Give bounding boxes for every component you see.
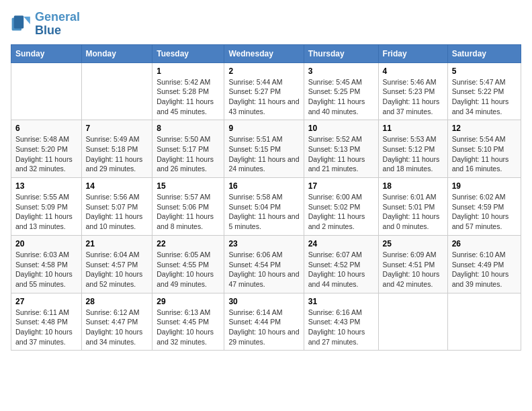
day-info: Sunrise: 5:46 AMSunset: 5:23 PMDaylight:…: [383, 77, 443, 117]
calendar-cell: [378, 293, 447, 351]
day-info: Sunrise: 5:44 AMSunset: 5:27 PMDaylight:…: [228, 77, 299, 117]
day-number: 16: [228, 181, 299, 191]
calendar-cell: 27Sunrise: 6:11 AMSunset: 4:48 PMDayligh…: [11, 293, 82, 351]
calendar-cell: 19Sunrise: 6:02 AMSunset: 4:59 PMDayligh…: [447, 178, 521, 236]
calendar-cell: 16Sunrise: 5:58 AMSunset: 5:04 PMDayligh…: [224, 178, 304, 236]
logo-text-line1: General: [35, 11, 80, 24]
calendar-cell: 26Sunrise: 6:10 AMSunset: 4:49 PMDayligh…: [447, 235, 521, 293]
day-info: Sunrise: 6:02 AMSunset: 4:59 PMDaylight:…: [452, 192, 517, 232]
day-number: 28: [86, 297, 148, 306]
column-header-saturday: Saturday: [447, 44, 521, 62]
day-number: 29: [157, 297, 220, 306]
week-row: 13Sunrise: 5:55 AMSunset: 5:09 PMDayligh…: [11, 178, 521, 236]
day-info: Sunrise: 5:42 AMSunset: 5:28 PMDaylight:…: [157, 77, 220, 117]
day-info: Sunrise: 5:50 AMSunset: 5:17 PMDaylight:…: [157, 134, 220, 174]
column-header-sunday: Sunday: [11, 44, 82, 62]
page-header: General Blue: [11, 11, 521, 38]
calendar-cell: 23Sunrise: 6:06 AMSunset: 4:54 PMDayligh…: [224, 235, 304, 293]
day-number: 17: [308, 181, 374, 191]
day-info: Sunrise: 6:14 AMSunset: 4:44 PMDaylight:…: [228, 308, 299, 347]
day-number: 30: [228, 297, 299, 306]
calendar-cell: 1Sunrise: 5:42 AMSunset: 5:28 PMDaylight…: [152, 62, 224, 120]
day-number: 2: [228, 66, 299, 76]
calendar-cell: 15Sunrise: 5:57 AMSunset: 5:06 PMDayligh…: [152, 178, 224, 236]
day-number: 14: [86, 181, 148, 191]
week-row: 1Sunrise: 5:42 AMSunset: 5:28 PMDaylight…: [11, 62, 521, 120]
day-number: 20: [15, 239, 77, 248]
day-info: Sunrise: 6:00 AMSunset: 5:02 PMDaylight:…: [308, 192, 374, 232]
column-header-monday: Monday: [81, 44, 152, 62]
calendar-cell: 12Sunrise: 5:54 AMSunset: 5:10 PMDayligh…: [447, 120, 521, 178]
calendar-cell: 3Sunrise: 5:45 AMSunset: 5:25 PMDaylight…: [304, 62, 378, 120]
calendar-cell: 25Sunrise: 6:09 AMSunset: 4:51 PMDayligh…: [378, 235, 447, 293]
calendar-cell: 4Sunrise: 5:46 AMSunset: 5:23 PMDaylight…: [378, 62, 447, 120]
calendar-cell: 7Sunrise: 5:49 AMSunset: 5:18 PMDaylight…: [81, 120, 152, 178]
logo: General Blue: [11, 11, 80, 38]
day-number: 25: [383, 239, 443, 248]
header-row: SundayMondayTuesdayWednesdayThursdayFrid…: [11, 44, 521, 62]
calendar-cell: 14Sunrise: 5:56 AMSunset: 5:07 PMDayligh…: [81, 178, 152, 236]
calendar-cell: 9Sunrise: 5:51 AMSunset: 5:15 PMDaylight…: [224, 120, 304, 178]
day-info: Sunrise: 6:03 AMSunset: 4:58 PMDaylight:…: [15, 250, 77, 289]
day-number: 3: [308, 66, 374, 76]
day-info: Sunrise: 5:49 AMSunset: 5:18 PMDaylight:…: [86, 134, 148, 174]
column-header-friday: Friday: [378, 44, 447, 62]
day-number: 21: [86, 239, 148, 248]
day-info: Sunrise: 6:06 AMSunset: 4:54 PMDaylight:…: [228, 250, 299, 289]
day-info: Sunrise: 6:04 AMSunset: 4:57 PMDaylight:…: [86, 250, 148, 289]
day-info: Sunrise: 6:13 AMSunset: 4:45 PMDaylight:…: [157, 308, 220, 347]
calendar-cell: 24Sunrise: 6:07 AMSunset: 4:52 PMDayligh…: [304, 235, 378, 293]
day-info: Sunrise: 6:07 AMSunset: 4:52 PMDaylight:…: [308, 250, 374, 289]
calendar-cell: 18Sunrise: 6:01 AMSunset: 5:01 PMDayligh…: [378, 178, 447, 236]
day-info: Sunrise: 5:47 AMSunset: 5:22 PMDaylight:…: [452, 77, 517, 117]
column-header-wednesday: Wednesday: [224, 44, 304, 62]
day-info: Sunrise: 6:12 AMSunset: 4:47 PMDaylight:…: [86, 308, 148, 347]
day-number: 9: [228, 124, 299, 133]
day-info: Sunrise: 6:09 AMSunset: 4:51 PMDaylight:…: [383, 250, 443, 289]
calendar-cell: 30Sunrise: 6:14 AMSunset: 4:44 PMDayligh…: [224, 293, 304, 351]
calendar-cell: 6Sunrise: 5:48 AMSunset: 5:20 PMDaylight…: [11, 120, 82, 178]
calendar-cell: 8Sunrise: 5:50 AMSunset: 5:17 PMDaylight…: [152, 120, 224, 178]
calendar-cell: 20Sunrise: 6:03 AMSunset: 4:58 PMDayligh…: [11, 235, 82, 293]
day-number: 5: [452, 66, 517, 76]
day-number: 31: [308, 297, 374, 306]
logo-icon: [11, 13, 32, 35]
logo-text-line2: Blue: [35, 24, 80, 38]
day-info: Sunrise: 5:52 AMSunset: 5:13 PMDaylight:…: [308, 134, 374, 174]
day-info: Sunrise: 5:48 AMSunset: 5:20 PMDaylight:…: [15, 134, 77, 174]
day-number: 1: [157, 66, 220, 76]
calendar-cell: 22Sunrise: 6:05 AMSunset: 4:55 PMDayligh…: [152, 235, 224, 293]
column-header-tuesday: Tuesday: [152, 44, 224, 62]
day-number: 12: [452, 124, 517, 133]
day-info: Sunrise: 5:57 AMSunset: 5:06 PMDaylight:…: [157, 192, 220, 232]
week-row: 6Sunrise: 5:48 AMSunset: 5:20 PMDaylight…: [11, 120, 521, 178]
day-number: 22: [157, 239, 220, 248]
calendar-cell: [11, 62, 82, 120]
day-number: 24: [308, 239, 374, 248]
day-info: Sunrise: 5:45 AMSunset: 5:25 PMDaylight:…: [308, 77, 374, 117]
svg-marker-2: [24, 17, 30, 24]
day-number: 6: [15, 124, 77, 133]
day-number: 19: [452, 181, 517, 191]
day-number: 8: [157, 124, 220, 133]
column-header-thursday: Thursday: [304, 44, 378, 62]
calendar-cell: 29Sunrise: 6:13 AMSunset: 4:45 PMDayligh…: [152, 293, 224, 351]
calendar-cell: 28Sunrise: 6:12 AMSunset: 4:47 PMDayligh…: [81, 293, 152, 351]
day-info: Sunrise: 6:10 AMSunset: 4:49 PMDaylight:…: [452, 250, 517, 289]
calendar-cell: [81, 62, 152, 120]
day-info: Sunrise: 5:51 AMSunset: 5:15 PMDaylight:…: [228, 134, 299, 174]
day-info: Sunrise: 5:53 AMSunset: 5:12 PMDaylight:…: [383, 134, 443, 174]
day-info: Sunrise: 5:56 AMSunset: 5:07 PMDaylight:…: [86, 192, 148, 232]
svg-rect-1: [14, 15, 24, 28]
day-info: Sunrise: 5:54 AMSunset: 5:10 PMDaylight:…: [452, 134, 517, 174]
calendar-cell: 10Sunrise: 5:52 AMSunset: 5:13 PMDayligh…: [304, 120, 378, 178]
day-info: Sunrise: 6:05 AMSunset: 4:55 PMDaylight:…: [157, 250, 220, 289]
calendar-cell: 11Sunrise: 5:53 AMSunset: 5:12 PMDayligh…: [378, 120, 447, 178]
day-number: 27: [15, 297, 77, 306]
calendar-cell: [447, 293, 521, 351]
day-number: 26: [452, 239, 517, 248]
day-info: Sunrise: 5:55 AMSunset: 5:09 PMDaylight:…: [15, 192, 77, 232]
day-number: 7: [86, 124, 148, 133]
calendar-cell: 13Sunrise: 5:55 AMSunset: 5:09 PMDayligh…: [11, 178, 82, 236]
day-number: 11: [383, 124, 443, 133]
